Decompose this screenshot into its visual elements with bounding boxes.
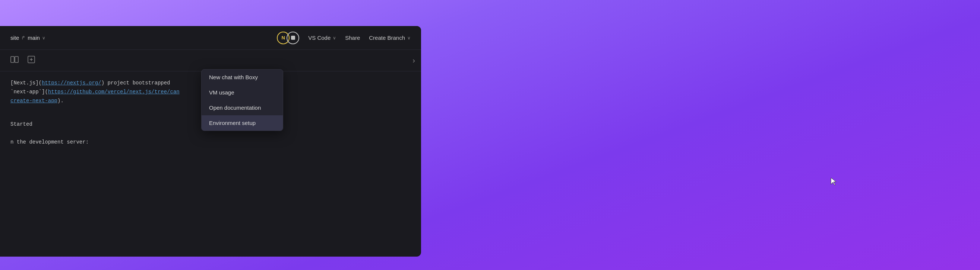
code-text-1: [Next.js]( xyxy=(10,80,42,86)
env-setup-label: Environment setup xyxy=(209,120,256,126)
vm-usage-label: VM usage xyxy=(209,89,234,96)
header-bar: site ↱ main ∨ N VS Code ∨ xyxy=(0,26,421,50)
panel-expand-icon[interactable]: › xyxy=(412,56,415,65)
branch-icon: ↱ xyxy=(21,35,25,41)
vscode-label: VS Code xyxy=(308,35,331,41)
add-panel-icon[interactable] xyxy=(26,54,37,66)
code-link-github[interactable]: https://github.com/vercel/next.js/tree/c… xyxy=(48,89,180,95)
svg-rect-0 xyxy=(11,57,14,63)
started-text: Started xyxy=(10,121,32,127)
header-left: site ↱ main ∨ xyxy=(10,35,45,41)
code-link-nextjs[interactable]: https://nextjs.org/ xyxy=(42,80,101,86)
dropdown-item-open-docs[interactable]: Open documentation xyxy=(202,100,283,115)
branch-name: main xyxy=(27,35,40,41)
share-button[interactable]: Share xyxy=(345,35,360,41)
vscode-chevron-icon: ∨ xyxy=(333,35,336,41)
dropdown-item-new-chat[interactable]: New chat with Boxy xyxy=(202,69,283,85)
code-text-1b: ) project bootstrapped xyxy=(101,80,170,86)
site-branch-info[interactable]: site ↱ main ∨ xyxy=(10,35,45,41)
code-text-3: create-next-app xyxy=(10,98,57,104)
share-label: Share xyxy=(345,35,360,41)
toolbar-row: › xyxy=(0,50,421,71)
code-text-3b: ). xyxy=(57,98,64,104)
open-docs-label: Open documentation xyxy=(209,104,261,111)
split-view-icon[interactable] xyxy=(9,55,20,66)
avatar-n-letter: N xyxy=(282,35,285,41)
branch-chevron: ∨ xyxy=(42,35,45,41)
avatars-group: N xyxy=(277,32,299,44)
svg-rect-1 xyxy=(15,57,18,63)
editor-panel: site ↱ main ∨ N VS Code ∨ xyxy=(0,26,421,257)
server-text: n the development server: xyxy=(10,139,89,145)
site-label: site xyxy=(10,35,19,41)
create-branch-label: Create Branch xyxy=(369,35,405,41)
new-chat-label: New chat with Boxy xyxy=(209,74,258,81)
avatar-stop[interactable] xyxy=(286,32,299,44)
dropdown-item-env-setup[interactable]: Environment setup xyxy=(202,115,283,131)
code-text-2: `next-app`]( xyxy=(10,89,48,95)
dropdown-item-vm-usage[interactable]: VM usage xyxy=(202,85,283,100)
vscode-button[interactable]: VS Code ∨ xyxy=(308,35,336,41)
code-line-server: n the development server: xyxy=(10,138,410,147)
stop-square-icon xyxy=(291,36,295,40)
dropdown-menu: New chat with Boxy VM usage Open documen… xyxy=(201,69,283,131)
create-branch-button[interactable]: Create Branch ∨ xyxy=(369,35,410,41)
header-right: N VS Code ∨ Share Create Branch ∨ xyxy=(277,32,410,44)
create-branch-chevron-icon: ∨ xyxy=(407,35,410,41)
